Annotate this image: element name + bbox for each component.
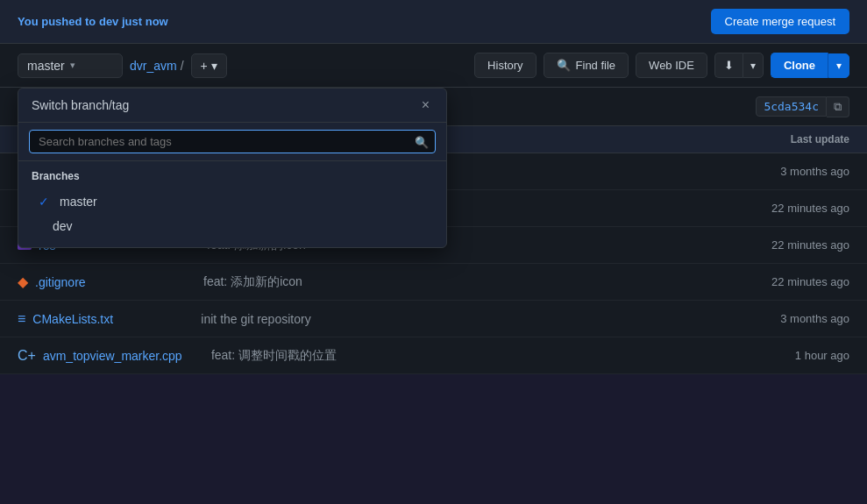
commit-hash-group: 5cda534c ⧉: [756, 96, 849, 117]
dropdown-header: Switch branch/tag ×: [18, 89, 446, 123]
file-name[interactable]: .gitignore: [35, 275, 203, 289]
add-chevron-icon: ▾: [211, 59, 217, 73]
dropdown-title: Switch branch/tag: [32, 98, 129, 112]
download-button[interactable]: ⬇: [714, 53, 743, 78]
create-merge-button[interactable]: Create merge request: [711, 9, 849, 34]
findfile-label: Find file: [576, 59, 616, 72]
branches-section: Branches ✓ master dev: [18, 161, 446, 247]
toolbar-row: master ▾ dvr_avm / + ▾ History 🔍 Find fi…: [0, 44, 867, 88]
commit-message: feat: 调整时间戳的位置: [211, 348, 709, 364]
main-content: Switch branch/tag × 🔍 Branches ✓ master …: [0, 88, 867, 374]
add-button[interactable]: + ▾: [191, 53, 227, 78]
search-icon: 🔍: [557, 59, 571, 72]
push-notice: You pushed to dev just now: [18, 15, 168, 28]
branch-dropdown: Switch branch/tag × 🔍 Branches ✓ master …: [18, 88, 447, 248]
gitignore-icon: ◆: [18, 273, 28, 290]
time-ago: 22 minutes ago: [709, 275, 849, 288]
branch-item-master[interactable]: ✓ master: [32, 189, 433, 214]
search-wrapper: 🔍: [29, 130, 436, 153]
time-ago: 1 hour ago: [709, 349, 849, 362]
push-time: just now: [122, 15, 168, 28]
time-ago: 22 minutes ago: [709, 238, 849, 252]
clone-chevron-button[interactable]: ▾: [828, 53, 849, 78]
findfile-button[interactable]: 🔍 Find file: [544, 53, 629, 78]
table-row: C+ avm_topview_marker.cpp feat: 调整时间戳的位置…: [0, 337, 867, 374]
path-breadcrumb: dvr_avm /: [130, 59, 184, 73]
branch-selector-label: master: [27, 59, 65, 73]
branch-name-master: master: [60, 195, 97, 209]
file-name[interactable]: CMakeLists.txt: [32, 312, 201, 326]
branches-label: Branches: [32, 170, 433, 182]
branch-search-input[interactable]: [29, 130, 436, 153]
branch-item-dev[interactable]: dev: [32, 214, 433, 238]
time-ago: 3 months ago: [709, 312, 849, 325]
branch-check-icon: ✓: [39, 195, 53, 209]
add-icon: +: [201, 59, 208, 73]
branch-selector[interactable]: master ▾: [18, 53, 123, 78]
table-row: ◆ .gitignore feat: 添加新的icon 22 minutes a…: [0, 264, 867, 301]
col-update-header: Last update: [709, 133, 849, 146]
download-icon: ⬇: [724, 59, 734, 72]
clone-button[interactable]: Clone: [771, 53, 828, 78]
branch-name-dev: dev: [53, 219, 73, 233]
close-dropdown-button[interactable]: ×: [418, 97, 433, 113]
branch-chevron-icon: ▾: [70, 60, 75, 71]
repo-link[interactable]: dvr_avm: [130, 59, 177, 73]
path-slash: /: [181, 59, 184, 73]
commit-message: feat: 添加新的icon: [203, 274, 709, 290]
history-label: History: [487, 59, 522, 72]
time-ago: 22 minutes ago: [709, 202, 849, 215]
push-notice-text: You pushed to: [18, 15, 96, 28]
cpp-icon: C+: [18, 348, 36, 364]
file-name[interactable]: avm_topview_marker.cpp: [43, 349, 211, 363]
history-button[interactable]: History: [474, 53, 536, 78]
cmake-icon: ≡: [18, 311, 25, 327]
time-ago: 3 months ago: [709, 165, 849, 178]
webide-button[interactable]: Web IDE: [636, 53, 707, 78]
table-row: ≡ CMakeLists.txt init the git repository…: [0, 301, 867, 337]
top-banner: You pushed to dev just now Create merge …: [0, 0, 867, 44]
download-chevron-button[interactable]: ▾: [743, 53, 764, 78]
copy-hash-button[interactable]: ⧉: [827, 96, 849, 117]
clone-group: Clone ▾: [771, 53, 849, 78]
commit-message: init the git repository: [201, 312, 709, 326]
download-group: ⬇ ▾: [714, 53, 764, 78]
push-branch-name: dev: [99, 15, 118, 28]
search-box: 🔍: [18, 123, 446, 161]
commit-hash[interactable]: 5cda534c: [756, 96, 827, 117]
